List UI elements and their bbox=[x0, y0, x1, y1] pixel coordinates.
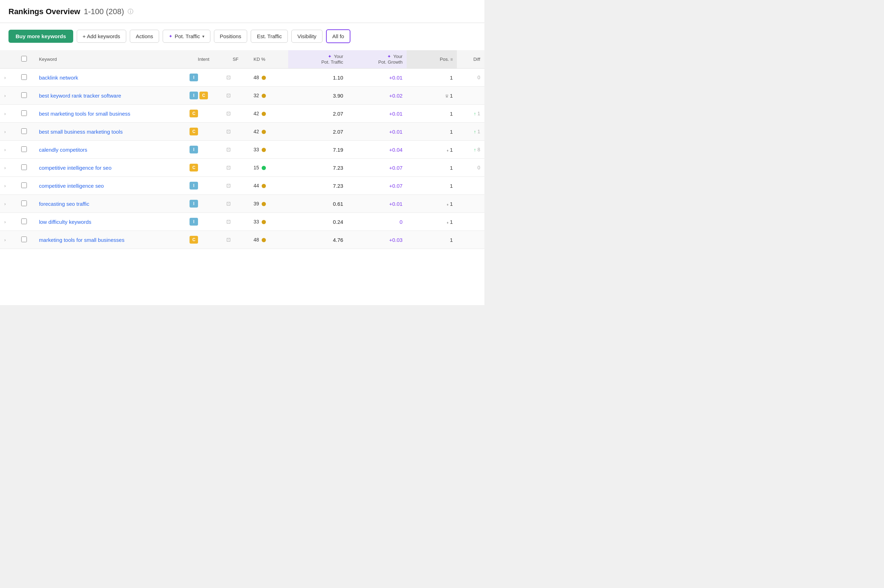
expand-button[interactable]: › bbox=[4, 183, 6, 189]
pos-value: 1 bbox=[450, 183, 453, 189]
row-checkbox[interactable] bbox=[21, 164, 27, 170]
kd-dot bbox=[262, 130, 266, 134]
sf-icon: ⊡ bbox=[226, 128, 231, 134]
intent-badge: I bbox=[189, 182, 198, 189]
pot-growth-cell: +0.01 bbox=[348, 195, 407, 213]
info-icon[interactable]: ⓘ bbox=[128, 8, 133, 15]
expand-cell: › bbox=[0, 195, 14, 213]
expand-button[interactable]: › bbox=[4, 237, 6, 243]
row-checkbox[interactable] bbox=[21, 237, 27, 242]
table-row: › low difficulty keywords I ⊡ 33 0.24 0 … bbox=[0, 213, 485, 231]
kd-dot bbox=[262, 238, 266, 242]
keyword-link[interactable]: marketing tools for small businesses bbox=[39, 237, 125, 243]
pot-traffic-value: 7.19 bbox=[333, 147, 343, 153]
positions-tab[interactable]: Positions bbox=[214, 30, 248, 43]
keyword-cell: best small business marketing tools bbox=[35, 123, 185, 141]
expand-button[interactable]: › bbox=[4, 165, 6, 170]
sf-icon: ⊡ bbox=[226, 237, 231, 243]
est-traffic-tab[interactable]: Est. Traffic bbox=[251, 30, 288, 43]
expand-button[interactable]: › bbox=[4, 219, 6, 225]
pot-traffic-value: 2.07 bbox=[333, 129, 343, 135]
pot-traffic-cell: 7.23 bbox=[288, 177, 348, 195]
divider bbox=[0, 22, 485, 23]
th-kd: KD % bbox=[249, 50, 288, 69]
pos-value: 1 bbox=[450, 75, 453, 81]
kd-cell: 39 bbox=[249, 195, 288, 213]
all-for-tab[interactable]: All fo bbox=[326, 29, 350, 43]
row-checkbox[interactable] bbox=[21, 146, 27, 152]
pot-growth-value: +0.07 bbox=[389, 183, 402, 189]
table-row: › forecasting seo traffic I ⊡ 39 0.61 +0… bbox=[0, 195, 485, 213]
sf-icon: ⊡ bbox=[226, 146, 231, 152]
th-pos: Pos. ≡ bbox=[407, 50, 457, 69]
row-checkbox[interactable] bbox=[21, 128, 27, 134]
expand-button[interactable]: › bbox=[4, 201, 6, 207]
expand-button[interactable]: › bbox=[4, 93, 6, 98]
expand-cell: › bbox=[0, 87, 14, 105]
row-checkbox[interactable] bbox=[21, 201, 27, 206]
pos-value: 1 bbox=[450, 93, 453, 99]
expand-button[interactable]: › bbox=[4, 75, 6, 80]
kd-dot bbox=[262, 112, 266, 116]
keyword-link[interactable]: best small business marketing tools bbox=[39, 129, 123, 135]
expand-cell: › bbox=[0, 105, 14, 123]
sf-icon: ⊡ bbox=[226, 74, 231, 80]
intent-badge: C bbox=[189, 110, 198, 117]
diff-cell: 0 bbox=[457, 69, 485, 87]
intent-badge: C bbox=[189, 164, 198, 171]
pot-traffic-value: 2.07 bbox=[333, 111, 343, 117]
intent-cell: I C bbox=[185, 87, 222, 105]
expand-button[interactable]: › bbox=[4, 147, 6, 152]
pot-traffic-value: 7.23 bbox=[333, 165, 343, 171]
row-checkbox[interactable] bbox=[21, 110, 27, 116]
keyword-link[interactable]: calendly competitors bbox=[39, 147, 87, 153]
row-checkbox[interactable] bbox=[21, 219, 27, 224]
visibility-tab[interactable]: Visibility bbox=[291, 30, 323, 43]
pos-cell: 1 bbox=[407, 105, 457, 123]
keyword-link[interactable]: best keyword rank tracker software bbox=[39, 93, 121, 99]
pot-traffic-cell: 1.10 bbox=[288, 69, 348, 87]
kd-dot bbox=[262, 166, 266, 170]
diff-cell bbox=[457, 231, 485, 249]
pos-cell: 1 bbox=[407, 123, 457, 141]
keyword-link[interactable]: backlink network bbox=[39, 75, 78, 81]
pot-growth-cell: +0.04 bbox=[348, 141, 407, 159]
pot-traffic-button[interactable]: ✦ Pot. Traffic ▾ bbox=[163, 30, 210, 43]
diff-cell bbox=[457, 213, 485, 231]
expand-button[interactable]: › bbox=[4, 111, 6, 116]
keyword-link[interactable]: forecasting seo traffic bbox=[39, 201, 89, 207]
crown-icon: ♛ bbox=[445, 93, 449, 99]
pot-growth-cell: 0 bbox=[348, 213, 407, 231]
diff-cell bbox=[457, 177, 485, 195]
expand-button[interactable]: › bbox=[4, 129, 6, 134]
keyword-link[interactable]: competitive intelligence for seo bbox=[39, 165, 111, 171]
kd-value: 42 bbox=[254, 111, 259, 116]
kd-cell: 42 bbox=[249, 123, 288, 141]
row-checkbox[interactable] bbox=[21, 183, 27, 188]
sf-cell: ⊡ bbox=[222, 87, 249, 105]
th-diff: Diff bbox=[457, 50, 485, 69]
sort-icon[interactable]: ≡ bbox=[450, 57, 453, 62]
keyword-link[interactable]: best marketing tools for small business bbox=[39, 111, 130, 117]
pot-traffic-cell: 4.76 bbox=[288, 231, 348, 249]
add-keywords-button[interactable]: + Add keywords bbox=[77, 30, 126, 43]
kd-dot bbox=[262, 202, 266, 206]
page-range: 1-100 (208) bbox=[84, 7, 124, 16]
pot-traffic-value: 1.10 bbox=[333, 75, 343, 81]
intent-cell: I bbox=[185, 69, 222, 87]
intent-badge-2: C bbox=[200, 92, 208, 99]
select-all-checkbox[interactable] bbox=[21, 56, 27, 62]
pot-traffic-cell: 7.19 bbox=[288, 141, 348, 159]
pot-traffic-value: 0.24 bbox=[333, 219, 343, 225]
sf-cell: ⊡ bbox=[222, 177, 249, 195]
th-pot-traffic: ✦ Your Pot. Traffic bbox=[288, 50, 348, 69]
kd-cell: 42 bbox=[249, 105, 288, 123]
keyword-link[interactable]: competitive intelligence seo bbox=[39, 183, 104, 189]
diamond-icon: ⬧ bbox=[446, 201, 449, 207]
buy-keywords-button[interactable]: Buy more keywords bbox=[9, 30, 73, 43]
intent-badge: I bbox=[189, 218, 198, 226]
row-checkbox[interactable] bbox=[21, 92, 27, 98]
keyword-link[interactable]: low difficulty keywords bbox=[39, 219, 91, 225]
actions-button[interactable]: Actions bbox=[130, 30, 159, 43]
row-checkbox[interactable] bbox=[21, 74, 27, 80]
